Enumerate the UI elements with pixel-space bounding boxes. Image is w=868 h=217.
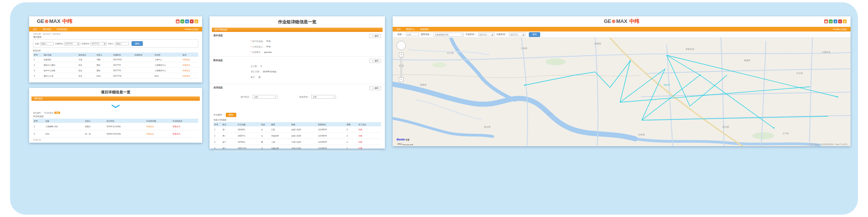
logo-target-icon: ⊕ — [45, 19, 49, 24]
table-link[interactable]: 详情 — [358, 135, 362, 137]
table-link[interactable]: 详细信息 — [182, 58, 190, 61]
scale-text: 200米 — [397, 143, 402, 145]
edit-basic-button[interactable]: ✎ 编辑 — [369, 34, 381, 38]
zoom-slider-knob[interactable] — [399, 65, 404, 66]
header-icon[interactable]: ✉ — [180, 19, 184, 23]
table-cell: 张晓凡 — [84, 123, 106, 130]
workgroup-list-label: 作业组信息 — [29, 114, 202, 119]
table-link[interactable]: 详情 — [358, 147, 362, 149]
table-cell: 2 — [346, 139, 357, 145]
table-cell: 2017/7/11 — [112, 73, 133, 79]
table-row: 2leica张一试2016年10月24日详细信息查看成员 — [33, 130, 198, 138]
category-filter-label: 成员类别： — [299, 96, 310, 98]
table-cell: 详细信息 — [146, 123, 172, 130]
header-icon[interactable]: ★ — [833, 19, 837, 23]
nav-item[interactable]: 轨迹查询 — [420, 28, 429, 31]
end-date-label: 结束时间： — [497, 33, 508, 36]
table-row: 3赵二1979/5/1男上海中级工程师121456782详情 — [213, 139, 381, 145]
search-button[interactable]: 查询 — [132, 41, 143, 46]
name-input[interactable] — [40, 42, 54, 46]
table-cell: 上海测试中心 — [154, 62, 182, 68]
table-link[interactable]: 详细信息 — [182, 64, 190, 66]
category-select-value: 全部 — [313, 96, 317, 98]
header-icon[interactable]: ★ — [185, 19, 189, 23]
edit-extra-button[interactable]: ✎ 编辑 — [369, 59, 381, 63]
end-date-input[interactable]: 2017/7/1 ▦ — [90, 42, 107, 46]
zoom-in-button[interactable]: + — [399, 52, 404, 57]
name-input[interactable] — [406, 33, 419, 36]
table-header-row: 序号项目名称项目地点负责人开始时间结束时间作业组操作 — [33, 52, 198, 57]
project-info-bar: 项目信息 — [31, 96, 200, 101]
header-icon[interactable]: ✿ — [194, 19, 198, 23]
table-link[interactable]: 详细信息 — [146, 133, 154, 135]
required-mark: * — [251, 51, 251, 53]
logo-ge: GE — [604, 19, 611, 24]
table-link[interactable]: 详细信息 — [182, 75, 190, 77]
table-cell: 女 — [260, 133, 270, 139]
project-edit-badge[interactable]: 编辑 — [54, 112, 60, 114]
map-pan-control[interactable] — [397, 41, 406, 50]
table-link[interactable]: 详细信息 — [182, 69, 190, 72]
nav-item[interactable]: 作业组信息 — [57, 28, 68, 31]
table-cell: 2014年11月29日 — [106, 123, 145, 130]
table-link[interactable]: 详细信息 — [146, 125, 154, 128]
header-icon[interactable]: ☎ — [176, 19, 180, 23]
start-date-label: 开始时间： — [466, 33, 476, 36]
zoom-slider-track[interactable] — [400, 57, 402, 77]
caret-down-icon: ▾ — [461, 33, 462, 36]
park-area — [546, 58, 566, 65]
table-row: 1上海测量小组1张晓凡2014年11月29日详细信息查看成员 — [33, 123, 198, 130]
header-icon[interactable]: ♦ — [838, 19, 842, 23]
map-search-button[interactable]: 查询 — [529, 32, 540, 37]
extra-info-label: 附加信息 — [213, 59, 381, 62]
track-node — [837, 96, 838, 98]
end-date-input[interactable]: 2017/7/1 ▦ — [509, 33, 525, 36]
table-link[interactable]: 查看成员 — [173, 125, 180, 128]
nav-item[interactable]: 项目信息 — [43, 28, 51, 31]
start-date-input[interactable]: 2017/1/1 ▦ — [478, 33, 495, 36]
nav-item[interactable]: 首页 — [397, 28, 401, 31]
table-cell: 3 — [213, 139, 222, 145]
start-date-input[interactable]: 2017/3/1 ▦ — [64, 42, 80, 46]
nav-item[interactable]: 数据中心 — [406, 28, 415, 31]
zoom-out-button[interactable]: − — [399, 77, 404, 82]
nav-item[interactable]: 首页 — [33, 28, 37, 31]
owner-input[interactable] — [115, 42, 129, 46]
pan-up-icon[interactable] — [400, 42, 402, 44]
header-icon[interactable]: ✿ — [843, 19, 847, 23]
column-header: 项目地点 — [78, 52, 96, 57]
table-cell: 测试中心测试 — [43, 62, 78, 68]
header-icon[interactable]: ☎ — [824, 19, 828, 23]
status-select[interactable]: 全部 ▾ — [253, 95, 277, 99]
river-path — [450, 38, 515, 100]
table-cell: 江苏 — [270, 126, 291, 133]
pan-down-icon[interactable] — [400, 47, 402, 49]
category-select[interactable]: 全部 ▾ — [311, 95, 336, 99]
project-no-value: T1J24成d1 — [44, 112, 53, 114]
table-cell: 1 — [33, 123, 45, 130]
table-cell: 伟刚 — [96, 57, 113, 62]
table-cell: 详情 — [357, 126, 381, 133]
field-label: 小组负责人： — [252, 46, 265, 48]
table-row: 3技术中心试验北京测试2017/7/8上海测试中心详细信息 — [33, 68, 198, 73]
column-header: 负责人 — [84, 119, 106, 123]
header-icon[interactable]: ♦ — [190, 19, 194, 23]
member-query-row: 作业查询： 查询 — [210, 111, 385, 118]
device-select[interactable]: 全部基准站天线 ▾ — [433, 33, 464, 37]
pan-left-icon[interactable] — [398, 45, 399, 46]
table-link[interactable]: 详情 — [358, 128, 362, 131]
name-label: 名称 — [35, 42, 39, 45]
edit-members-button[interactable]: ✎ 编辑 — [369, 86, 381, 90]
member-query-button[interactable]: 查询 — [226, 113, 236, 117]
field-value: 2016年10月份 — [263, 70, 276, 73]
table-link[interactable]: 查看成员 — [173, 133, 180, 135]
field-value: 无 — [258, 76, 261, 78]
table-cell: 详细信息 — [182, 62, 198, 68]
pan-right-icon[interactable] — [403, 45, 405, 46]
expand-chevron-icon[interactable] — [111, 105, 120, 108]
table-link[interactable]: 详情 — [358, 141, 362, 143]
map-viewport[interactable]: 纪王镇华漕镇江桥镇南翔镇真新街道桃浦镇长征镇新泾镇虹桥镇徐泾镇石泉街道长宁区北虹… — [393, 38, 851, 146]
table-cell: 4 — [213, 145, 222, 151]
welcome-text: GeoMax,欢迎您 — [833, 28, 847, 30]
header-icon[interactable]: ✉ — [829, 19, 833, 23]
